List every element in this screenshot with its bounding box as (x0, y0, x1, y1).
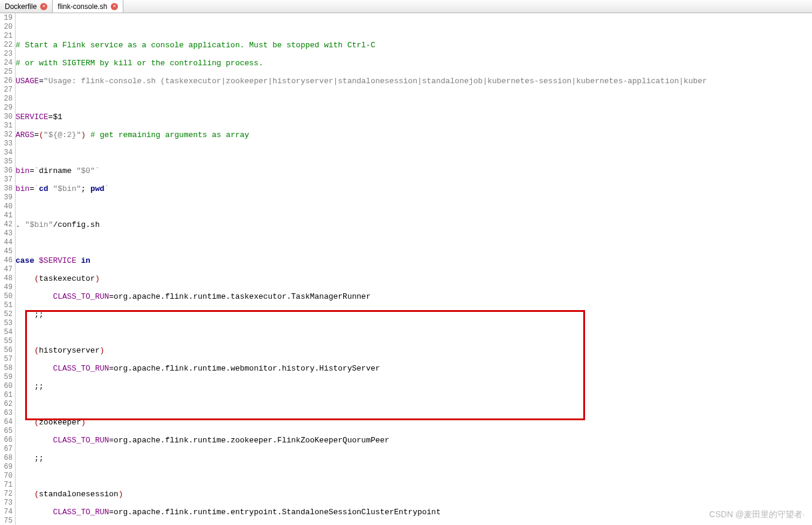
code-token: org.apache.flink.runtime.webmonitor.hist… (114, 364, 380, 373)
code-token: org.apache.flink.runtime.zookeeper.Flink… (114, 436, 389, 445)
tab-label: Dockerfile (5, 2, 37, 11)
code-area[interactable]: # Start a Flink service as a console app… (16, 13, 812, 525)
code-comment: # Start a Flink service as a console app… (16, 41, 375, 50)
code-token: zookeeper (39, 418, 81, 427)
close-icon[interactable]: × (111, 3, 118, 10)
code-editor: 1920212223242526272829303132333435363738… (0, 13, 812, 525)
code-token: CLASS_TO_RUN (53, 436, 109, 445)
code-string: "$0" (76, 166, 95, 175)
line-gutter: 1920212223242526272829303132333435363738… (0, 13, 16, 525)
code-token: ;; (34, 310, 44, 319)
code-token: SERVICE (16, 113, 49, 122)
code-token: historyserver (39, 346, 99, 355)
code-token: CLASS_TO_RUN (53, 508, 109, 517)
code-token: USAGE (16, 77, 39, 86)
close-icon[interactable]: × (40, 3, 47, 10)
code-token: CLASS_TO_RUN (53, 364, 109, 373)
code-keyword: cd (39, 184, 49, 193)
tab-dockerfile[interactable]: Dockerfile × (0, 0, 53, 13)
code-comment: # get remaining arguments as array (90, 131, 249, 139)
code-token: /config.sh (53, 220, 99, 229)
code-token: taskexecutor (39, 274, 95, 283)
code-token: org.apache.flink.runtime.taskexecutor.Ta… (114, 292, 371, 301)
code-token: standalonesession (39, 490, 119, 499)
code-token: CLASS_TO_RUN (53, 292, 109, 301)
code-token: . (16, 220, 20, 229)
code-token: bin (16, 184, 29, 193)
code-token: ;; (34, 382, 44, 391)
tab-bar: Dockerfile × flink-console.sh × (0, 0, 812, 13)
code-token: ;; (34, 454, 44, 463)
code-keyword: case (16, 256, 34, 265)
tab-label: flink-console.sh (57, 2, 107, 11)
code-token: org.apache.flink.runtime.entrypoint.Stan… (114, 508, 441, 517)
code-string: "$bin" (53, 184, 81, 193)
code-string: "Usage: flink-console.sh (taskexecutor|z… (44, 77, 707, 86)
code-token: $SERVICE (39, 256, 76, 265)
code-token: dirname (39, 166, 72, 175)
tab-flink-console[interactable]: flink-console.sh × (53, 0, 123, 13)
code-string: "$bin" (25, 220, 53, 229)
code-token: ARGS (16, 131, 34, 139)
code-string: "${@:2}" (44, 131, 81, 139)
code-token: $1 (53, 113, 62, 122)
code-keyword: in (81, 256, 90, 265)
code-token: bin (16, 166, 29, 175)
code-keyword: pwd (90, 184, 104, 193)
code-comment: # or with SIGTERM by kill or the control… (16, 59, 263, 68)
